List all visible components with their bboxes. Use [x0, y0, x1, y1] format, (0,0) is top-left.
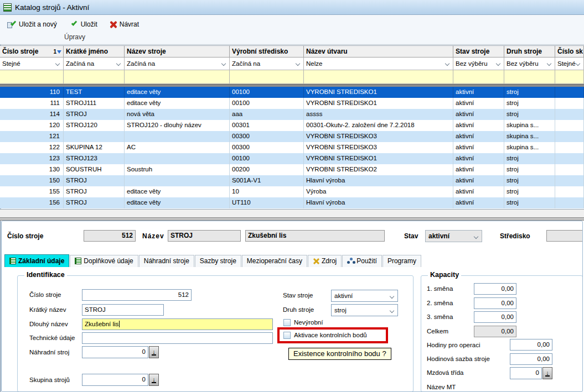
table-row[interactable]: 114STROJnová větaaaaassssaktivnístroj	[0, 109, 584, 120]
filter-input[interactable]	[304, 70, 453, 84]
book-icon	[9, 258, 16, 264]
table-row[interactable]: 130SOUSTRUHSoustruh00200VYROBNI STREDISK…	[0, 164, 584, 175]
filter-input[interactable]	[64, 70, 125, 84]
druh-stroje-field-label: Druh stroje	[283, 306, 314, 313]
table-row[interactable]: 155STROJeditace věty10Výrobaaktivnístroj	[0, 186, 584, 197]
tab-programy[interactable]: Programy	[383, 255, 421, 267]
grid-cell: 156	[0, 197, 64, 208]
table-row[interactable]: 12100300VYROBNI STREDISKO3aktivnískupina…	[0, 131, 584, 142]
grid-cell: aktivní	[453, 186, 504, 197]
tab-label: Zdroj	[322, 257, 337, 265]
mzdova-trida-label: Mzdová třída	[427, 369, 463, 376]
column-header[interactable]: Stav stroje	[453, 46, 504, 58]
mzdova-trida-lookup-button[interactable]: ↓	[542, 367, 552, 379]
filter-input[interactable]	[0, 70, 64, 84]
table-row[interactable]: 111STROJ111editace věty00100VYROBNI STRE…	[0, 98, 584, 109]
detail-stredisko-value	[546, 230, 583, 242]
table-row[interactable]: 122SKUPINA 12AC00300VYROBNI STREDISKO3ak…	[0, 142, 584, 153]
skupina-stroju-input[interactable]: 0	[82, 374, 148, 386]
column-header[interactable]: Číslo stroje1	[0, 46, 64, 58]
druh-stroje-combo[interactable]: stroj	[331, 304, 398, 316]
dlouhy-nazev-field-label: Dlouhý název	[29, 321, 68, 327]
return-button[interactable]: Návrat	[108, 19, 141, 29]
grid-cell: stroj	[504, 197, 555, 208]
filter-dropdown[interactable]: Začíná na	[230, 58, 304, 70]
detail-stredisko-label: Středisko	[500, 232, 530, 240]
filter-input[interactable]	[555, 70, 584, 84]
detail-tabs: Základní údajeDoplňkové údajeNáhradní st…	[4, 253, 422, 267]
grid-cell: 155	[0, 186, 64, 197]
column-header[interactable]: Číslo sk	[555, 46, 584, 58]
grid-cell	[555, 197, 584, 208]
filter-dropdown[interactable]: Bez výběru	[453, 58, 504, 70]
filter-input[interactable]	[504, 70, 555, 84]
filter-input[interactable]	[453, 70, 504, 84]
tab-label: Sazby stroje	[200, 257, 236, 265]
lookup-arrow-icon: ↓	[152, 349, 156, 356]
cluster-icon	[347, 258, 354, 264]
tab-zdroj[interactable]: Zdroj	[308, 255, 342, 267]
hodinova-sazba-input[interactable]: 0,00	[510, 353, 552, 365]
mzdova-trida-input[interactable]: 0	[510, 367, 542, 379]
hodiny-pro-operaci-label: Hodiny pro operaci	[427, 342, 480, 348]
toolbar-group-label: Úpravy	[51, 33, 99, 41]
grid-cell: VYROBNI STREDISKO1	[304, 98, 453, 109]
grid-cell: stroj	[504, 164, 555, 175]
table-row[interactable]: 120STROJ120STROJ120 - dlouhý název003010…	[0, 120, 584, 131]
nahradni-stroj-field-label: Náhradní stroj	[29, 349, 69, 356]
aktivace-kontrolnich-bodu-checkbox[interactable]	[283, 332, 291, 339]
table-row[interactable]: 123STROJ12300100VYROBNI STREDISKO1aktivn…	[0, 153, 584, 164]
filter-input[interactable]	[125, 70, 230, 84]
smena3-input[interactable]: 0,00	[474, 311, 516, 323]
smena1-input[interactable]: 0,00	[474, 283, 516, 295]
nevyrobni-checkbox[interactable]	[283, 319, 291, 326]
tab-pou-it-[interactable]: Použití	[342, 255, 382, 267]
filter-dropdown[interactable]: Začíná na	[64, 58, 125, 70]
filter-dropdown[interactable]: Stejné	[0, 58, 64, 70]
tab-z-kladn-daje[interactable]: Základní údaje	[4, 254, 69, 267]
skupina-stroju-lookup-button[interactable]: ↓	[149, 374, 159, 386]
column-header[interactable]: Druh stroje	[504, 46, 555, 58]
column-header[interactable]: Krátké jméno	[64, 46, 125, 58]
dlouhy-nazev-input[interactable]: Zkušební lis	[82, 318, 273, 330]
table-row[interactable]: 110TESTeditace věty00100VYROBNI STREDISK…	[0, 87, 584, 98]
tab-meziopera-n-asy[interactable]: Mezioperační časy	[242, 255, 307, 267]
grid-cell: aktivní	[453, 109, 504, 120]
tab-sazby-stroje[interactable]: Sazby stroje	[195, 255, 241, 267]
hodiny-pro-operaci-input[interactable]: 0,00	[510, 339, 552, 351]
grid-cell: 120	[0, 120, 64, 131]
filter-input[interactable]	[230, 70, 304, 84]
grid-cell: 150	[0, 175, 64, 186]
grid-cell: 00100	[230, 98, 304, 109]
technicke-udaje-input[interactable]	[82, 332, 273, 344]
stav-stroje-combo[interactable]: aktivní	[331, 290, 398, 302]
grid-cell: aktivní	[453, 197, 504, 208]
tab-n-hradn-stroje[interactable]: Náhradní stroje	[139, 255, 194, 267]
column-header[interactable]: Výrobní středisko	[230, 46, 304, 58]
column-header[interactable]: Název útvaru	[304, 46, 453, 58]
filter-dropdown[interactable]: Začíná na	[125, 58, 230, 70]
celkem-value: 0,00	[474, 326, 516, 337]
chevron-down-icon	[116, 61, 121, 66]
kratky-nazev-input[interactable]: STROJ	[82, 304, 164, 316]
smena2-input[interactable]: 0,00	[474, 297, 516, 309]
filter-dropdown[interactable]: Bez výběru	[504, 58, 555, 70]
detail-stav-combo[interactable]: aktivní	[425, 230, 482, 242]
grid-cell: STROJ120	[64, 120, 125, 131]
column-header[interactable]: Název stroje	[125, 46, 230, 58]
save-and-new-button[interactable]: Uložit a nový	[6, 19, 59, 29]
grid-cell: Hlavní výroba	[304, 175, 453, 186]
tab-dopl-kov-daje[interactable]: Doplňkové údaje	[70, 255, 138, 267]
cislo-stroje-input[interactable]: 512	[82, 289, 192, 301]
nahradni-stroj-input[interactable]: 0	[82, 346, 148, 358]
grid-cell	[555, 109, 584, 120]
filter-dropdown[interactable]: Stejné	[555, 58, 584, 70]
nahradni-stroj-lookup-button[interactable]: ↓	[149, 346, 159, 358]
table-row[interactable]: 150STROJS001A-V1Hlavní výrobaaktivnístro…	[0, 175, 584, 186]
kratky-nazev-field-label: Krátký název	[29, 306, 66, 313]
save-button[interactable]: Uložit	[68, 19, 99, 29]
table-row[interactable]: 156STROJeditace větyUT110Hlavní výrobaak…	[0, 197, 584, 208]
grid-cell: editace věty	[125, 197, 230, 208]
stav-stroje-field-label: Stav stroje	[283, 292, 313, 299]
filter-dropdown[interactable]: Nelze	[304, 58, 453, 70]
